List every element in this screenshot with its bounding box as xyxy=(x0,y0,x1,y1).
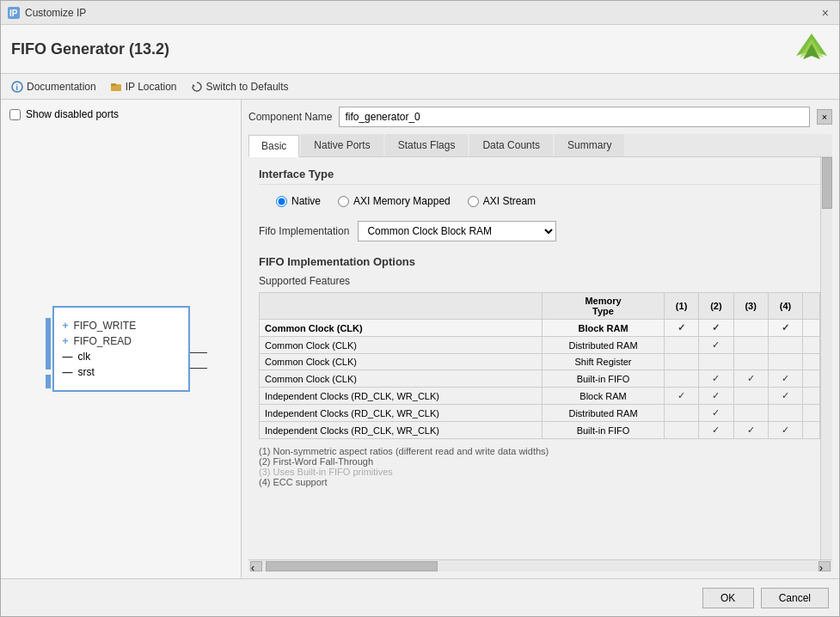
clk-port: — clk xyxy=(63,351,180,363)
vertical-scrollbar-thumb[interactable] xyxy=(822,157,832,209)
row-c1-1 xyxy=(664,337,698,354)
row-c3-1 xyxy=(733,337,768,354)
srst-dash-icon: — xyxy=(63,366,73,378)
fifo-box: + FIFO_WRITE + FIFO_READ — clk — xyxy=(52,306,190,392)
footnote-2: (2) First-Word Fall-Through xyxy=(259,456,820,467)
table-row: Common Clock (CLK) Block RAM ✓ ✓ ✓ xyxy=(260,320,820,337)
row-clock-5: Independent Clocks (RD_CLK, WR_CLK) xyxy=(260,405,543,422)
radio-native[interactable]: Native xyxy=(276,195,321,207)
col-header-memory: MemoryType xyxy=(543,293,665,320)
row-clock-2: Common Clock (CLK) xyxy=(260,354,543,370)
cancel-button[interactable]: Cancel xyxy=(761,588,829,608)
row-clock-1: Common Clock (CLK) xyxy=(260,337,543,354)
show-disabled-ports-label: Show disabled ports xyxy=(26,108,119,120)
fifo-impl-select[interactable]: Common Clock Block RAM Common Clock Dist… xyxy=(358,221,556,241)
fifo-write-label: FIFO_WRITE xyxy=(74,320,137,332)
show-disabled-ports-row: Show disabled ports xyxy=(9,108,232,120)
fifo-write-port: + FIFO_WRITE xyxy=(63,320,180,332)
main-window: IP Customize IP × FIFO Generator (13.2) … xyxy=(0,0,840,617)
srst-port: — srst xyxy=(63,366,180,378)
radio-axi-stream[interactable]: AXI Stream xyxy=(468,195,536,207)
radio-axi-stream-input[interactable] xyxy=(468,196,479,207)
tab-basic[interactable]: Basic xyxy=(248,135,299,157)
svg-marker-9 xyxy=(193,84,195,88)
row-c1-0: ✓ xyxy=(664,320,698,337)
row-c2-6: ✓ xyxy=(699,422,733,439)
fifo-read-port-bar xyxy=(46,375,51,388)
row-c4-1 xyxy=(768,337,802,354)
close-button[interactable]: × xyxy=(819,6,832,20)
col-header-1: (1) xyxy=(664,293,698,320)
component-name-row: Component Name × xyxy=(248,107,832,127)
interface-type-radio-group: Native AXI Memory Mapped AXI Stream xyxy=(276,195,820,207)
documentation-button[interactable]: i Documentation xyxy=(11,81,96,93)
row-c3-2 xyxy=(733,354,768,370)
row-c1-5 xyxy=(664,405,698,422)
col-header-extra xyxy=(803,293,820,320)
row-c4-4: ✓ xyxy=(768,388,802,405)
switch-defaults-button[interactable]: Switch to Defaults xyxy=(191,81,289,93)
tab-status-flags[interactable]: Status Flags xyxy=(385,134,469,156)
horizontal-scrollbar[interactable]: ‹ › xyxy=(248,559,832,571)
fifo-write-port-bar xyxy=(46,318,51,370)
clk-dash-icon: — xyxy=(63,351,73,363)
vertical-scrollbar[interactable] xyxy=(820,157,832,559)
fifo-read-port: + FIFO_READ xyxy=(63,335,180,347)
horizontal-scrollbar-thumb[interactable] xyxy=(266,561,438,571)
interface-type-title: Interface Type xyxy=(259,168,820,185)
title-bar: IP Customize IP × xyxy=(1,1,839,25)
row-c2-2 xyxy=(699,354,733,370)
app-logo xyxy=(794,32,829,66)
component-name-input[interactable] xyxy=(339,107,810,127)
row-clock-4: Independent Clocks (RD_CLK, WR_CLK) xyxy=(260,388,543,405)
row-c4-5 xyxy=(768,405,802,422)
tab-data-counts[interactable]: Data Counts xyxy=(469,134,553,156)
left-panel: Show disabled ports + FIFO_WRITE xyxy=(1,100,242,578)
ip-location-button[interactable]: IP Location xyxy=(110,81,177,93)
clk-line xyxy=(190,352,207,353)
tabs-bar: Basic Native Ports Status Flags Data Cou… xyxy=(248,134,832,157)
switch-defaults-label: Switch to Defaults xyxy=(206,81,289,93)
col-header-2: (2) xyxy=(699,293,733,320)
table-row: Common Clock (CLK) Distributed RAM ✓ xyxy=(260,337,820,354)
clear-component-name-button[interactable]: × xyxy=(817,109,832,125)
fifo-read-plus-icon: + xyxy=(63,335,69,347)
row-c4-3: ✓ xyxy=(768,370,802,388)
ok-button[interactable]: OK xyxy=(702,588,754,608)
scroll-left-button[interactable]: ‹ xyxy=(250,561,262,571)
row-c4-0: ✓ xyxy=(768,320,802,337)
toolbar: i Documentation IP Location Switch to De… xyxy=(1,74,839,100)
show-disabled-ports-checkbox[interactable] xyxy=(9,109,21,120)
footnote-1: (1) Non-symmetric aspect ratios (differe… xyxy=(259,446,820,456)
scroll-right-button[interactable]: › xyxy=(819,561,831,571)
radio-axi-memory-label: AXI Memory Mapped xyxy=(353,195,451,207)
footnote-4: (4) ECC support xyxy=(259,477,820,487)
srst-line xyxy=(190,368,207,369)
row-c5-4 xyxy=(803,388,820,405)
row-memory-1: Distributed RAM xyxy=(543,337,665,354)
table-row: Independent Clocks (RD_CLK, WR_CLK) Buil… xyxy=(260,422,820,439)
radio-axi-memory[interactable]: AXI Memory Mapped xyxy=(338,195,451,207)
table-row: Independent Clocks (RD_CLK, WR_CLK) Bloc… xyxy=(260,388,820,405)
row-c1-3 xyxy=(664,370,698,388)
row-c3-5 xyxy=(733,405,768,422)
row-c2-0: ✓ xyxy=(699,320,733,337)
col-header-clock xyxy=(260,293,543,320)
tab-summary[interactable]: Summary xyxy=(555,134,624,156)
ip-location-label: IP Location xyxy=(126,81,177,93)
window-title: Customize IP xyxy=(25,7,86,19)
svg-rect-8 xyxy=(111,83,116,86)
row-c5-2 xyxy=(803,354,820,370)
tab-native-ports[interactable]: Native Ports xyxy=(301,134,383,156)
row-memory-0: Block RAM xyxy=(543,320,665,337)
row-clock-3: Common Clock (CLK) xyxy=(260,370,543,388)
row-memory-3: Built-in FIFO xyxy=(543,370,665,388)
srst-label: srst xyxy=(78,366,95,378)
bottom-bar: OK Cancel xyxy=(1,578,839,616)
radio-native-input[interactable] xyxy=(276,196,287,207)
row-clock-6: Independent Clocks (RD_CLK, WR_CLK) xyxy=(260,422,543,439)
table-row: Common Clock (CLK) Built-in FIFO ✓ ✓ ✓ xyxy=(260,370,820,388)
radio-axi-memory-input[interactable] xyxy=(338,196,349,207)
row-c5-1 xyxy=(803,337,820,354)
row-c2-4: ✓ xyxy=(699,388,733,405)
